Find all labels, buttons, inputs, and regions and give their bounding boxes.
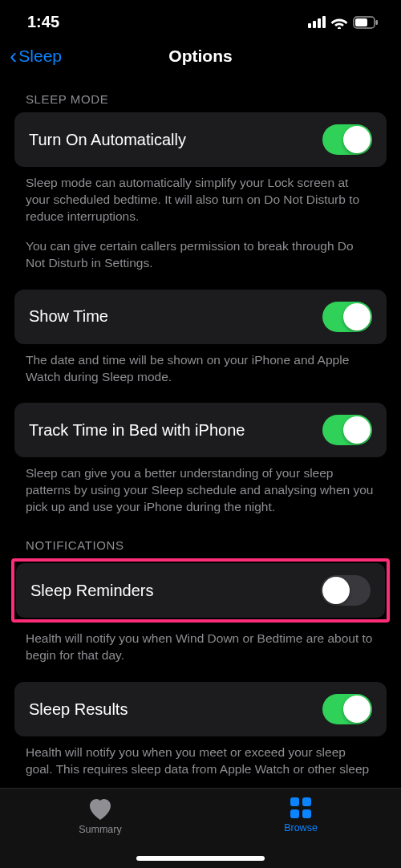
- toggle-show-time[interactable]: [322, 302, 372, 332]
- row-label: Turn On Automatically: [29, 131, 186, 149]
- back-button[interactable]: ‹ Sleep: [10, 45, 62, 67]
- footer-text: The date and time will be shown on your …: [14, 344, 387, 386]
- cellular-icon: [308, 16, 326, 28]
- section-header-sleep-mode: SLEEP MODE: [14, 75, 387, 112]
- status-time: 1:45: [27, 13, 59, 31]
- row-show-time[interactable]: Show Time: [14, 290, 387, 344]
- svg-rect-4: [302, 797, 311, 806]
- svg-rect-5: [290, 809, 299, 818]
- footer-text: Sleep mode can automatically simplify yo…: [14, 167, 387, 225]
- svg-rect-3: [290, 797, 299, 806]
- status-right: [308, 16, 379, 29]
- footer-text: You can give certain callers permission …: [14, 225, 387, 272]
- svg-rect-2: [376, 20, 379, 25]
- toggle-sleep-results[interactable]: [322, 694, 372, 724]
- battery-icon: [353, 16, 379, 29]
- wifi-icon: [330, 16, 348, 29]
- tab-label: Summary: [79, 824, 121, 835]
- home-indicator[interactable]: [136, 856, 265, 861]
- footer-text: Health will notify you when Wind Down or…: [14, 623, 387, 664]
- nav-header: ‹ Sleep Options: [0, 38, 401, 75]
- grid-icon: [290, 797, 312, 819]
- back-label: Sleep: [18, 47, 62, 66]
- svg-rect-1: [355, 18, 367, 26]
- tab-label: Browse: [284, 822, 318, 834]
- svg-rect-6: [302, 809, 311, 818]
- status-bar: 1:45: [0, 0, 401, 38]
- footer-text: Sleep can give you a better understandin…: [14, 457, 387, 516]
- row-sleep-reminders[interactable]: Sleep Reminders: [16, 563, 385, 618]
- toggle-turn-on-automatically[interactable]: [322, 124, 372, 155]
- row-turn-on-automatically[interactable]: Turn On Automatically: [14, 112, 387, 167]
- row-track-time-in-bed[interactable]: Track Time in Bed with iPhone: [14, 403, 387, 457]
- row-label: Sleep Results: [29, 700, 128, 719]
- chevron-left-icon: ‹: [10, 45, 17, 67]
- row-sleep-results[interactable]: Sleep Results: [14, 682, 387, 736]
- toggle-track-time-in-bed[interactable]: [322, 415, 372, 445]
- highlight-box: Sleep Reminders: [11, 558, 390, 623]
- row-label: Show Time: [29, 307, 108, 326]
- content: SLEEP MODE Turn On Automatically Sleep m…: [0, 75, 401, 777]
- toggle-sleep-reminders[interactable]: [321, 575, 371, 606]
- row-label: Track Time in Bed with iPhone: [29, 421, 245, 440]
- footer-text: Health will notify you when you meet or …: [14, 736, 387, 777]
- heart-icon: [87, 797, 113, 821]
- section-header-notifications: NOTIFICATIONS: [14, 516, 387, 558]
- row-label: Sleep Reminders: [30, 582, 153, 600]
